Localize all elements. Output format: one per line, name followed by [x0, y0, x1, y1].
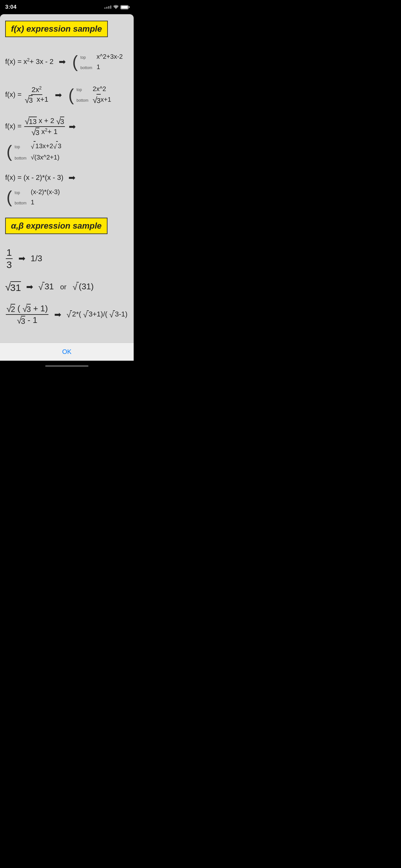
status-bar: 3:04: [0, 0, 134, 14]
ab-section-header: α,β expression sample: [5, 218, 128, 241]
content-area: f(x) expression sample f(x) = x2+ 3x - 2…: [0, 14, 134, 361]
bracket-row-top-2: top 2x^2: [76, 84, 111, 94]
expr2-left: f(x) = 2x2 √3 x+1: [5, 85, 50, 104]
bracket-row-bottom-1: bottom 1: [81, 62, 123, 72]
home-bar: [45, 365, 89, 367]
expr3-bottom: √(3x^2+1): [31, 152, 59, 162]
status-icons: [104, 4, 128, 10]
ab-title: α,β expression sample: [11, 221, 102, 230]
signal-icon: [104, 5, 112, 9]
home-indicator: [0, 361, 134, 372]
expr-row-2: f(x) = 2x2 √3 x+1 ➡ ( top: [5, 82, 128, 107]
fx-section-header: f(x) expression sample: [5, 21, 128, 43]
ab3-left: √2 ( √3 + 1) √3 - 1: [5, 304, 49, 326]
fx-title: f(x) expression sample: [11, 24, 102, 34]
ab2-left: √31: [5, 281, 21, 293]
bracket-4: ( top (x-2)*(x-3) bottom 1: [6, 185, 62, 209]
ab1-arrow: ➡: [19, 253, 26, 264]
bracket-row-top-4: top (x-2)*(x-3): [14, 187, 60, 197]
ab1-right: 1/3: [31, 253, 42, 264]
bracket-3: ( top √ 13x+2 √ 3 bottom: [6, 140, 64, 163]
wifi-icon: [113, 4, 119, 10]
bracket-row-bottom-4: bottom 1: [14, 197, 60, 207]
expr2-bottom: √3 x+1: [93, 94, 111, 106]
expr1-top: x^2+3x-2: [96, 51, 123, 62]
arrow-2: ➡: [55, 90, 62, 100]
arrow-4: ➡: [68, 173, 75, 183]
ab-row-3: √2 ( √3 + 1) √3 - 1: [5, 304, 128, 326]
bracket-row-bottom-3: bottom √(3x^2+1): [14, 152, 61, 162]
expr-row-3: f(x) = √13 x + 2 √3 √3: [5, 117, 128, 163]
bracket-row-top-3: top √ 13x+2 √ 3: [14, 141, 61, 152]
ab3-arrow: ➡: [54, 310, 61, 320]
bracket-2: ( top 2x^2 bottom √3 x+1: [68, 82, 114, 107]
ab-row-2: √31 ➡ √ 31 or √ (31): [5, 281, 128, 293]
scroll-content: f(x) expression sample f(x) = x2+ 3x - 2…: [0, 14, 134, 343]
status-time: 3:04: [5, 4, 17, 10]
expr1-left: f(x) = x2+ 3x - 2: [5, 57, 54, 66]
ab2-arrow: ➡: [26, 282, 33, 292]
expr1-bottom: 1: [96, 62, 100, 72]
expr4-bottom: 1: [31, 197, 34, 207]
expr3-top: √ 13x+2 √ 3: [31, 141, 61, 152]
arrow-1: ➡: [59, 57, 66, 67]
bracket-row-top-1: top x^2+3x-2: [81, 51, 123, 62]
ok-button[interactable]: OK: [56, 347, 78, 357]
expr4-left: f(x) = (x - 2)*(x - 3): [5, 174, 63, 182]
expr3-left: f(x) = √13 x + 2 √3 √3: [5, 117, 66, 137]
ab1-left: 1 3: [5, 247, 13, 270]
battery-icon: [120, 5, 128, 9]
arrow-3: ➡: [69, 122, 76, 132]
ab2-right: √ 31 or √ (31): [38, 282, 94, 292]
expr2-top: 2x^2: [93, 84, 106, 94]
expr4-top: (x-2)*(x-3): [31, 187, 60, 197]
ok-bar: OK: [0, 343, 134, 361]
expr-row-4: f(x) = (x - 2)*(x - 3) ➡ ( top (x-2)*(x-…: [5, 173, 128, 209]
expr-row-1: f(x) = x2+ 3x - 2 ➡ ( top x^2+3x-2 botto…: [5, 50, 128, 73]
or-text: or: [58, 283, 68, 291]
ab-row-1: 1 3 ➡ 1/3: [5, 247, 128, 270]
ab3-right: √ 2*( √ 3+1)/( √ 3-1): [66, 310, 127, 319]
bracket-1: ( top x^2+3x-2 bottom 1: [72, 50, 125, 73]
bracket-row-bottom-2: bottom √3 x+1: [76, 94, 111, 106]
